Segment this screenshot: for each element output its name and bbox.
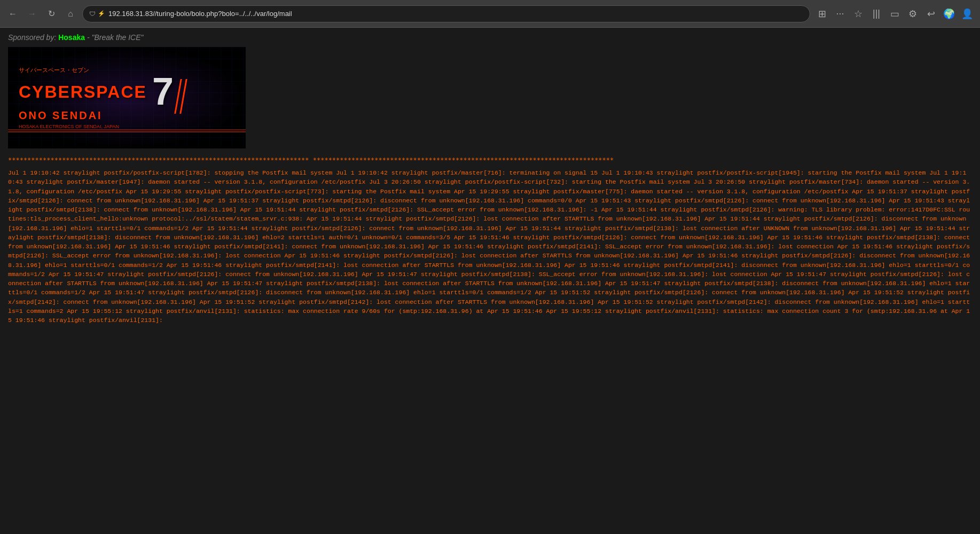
home-button[interactable]: ⌂ [63, 6, 78, 21]
reload-button[interactable]: ↻ [44, 6, 59, 21]
url-text: 192.168.31.83//turing-bolo/bolo.php?bolo… [108, 10, 803, 18]
sponsor-tagline-pre: - "Break [87, 33, 116, 42]
menu-icon[interactable]: ··· [833, 6, 848, 21]
banner-content: サイバースペース・セブン CYBERSPACE 7 ONO SENDAI HOS… [8, 61, 246, 135]
seven-number: 7 [152, 76, 175, 107]
log-content: Jul 1 19:10:42 straylight postfix/postfi… [8, 168, 972, 325]
user-avatar[interactable]: 👤 [960, 6, 975, 21]
the-word: the [116, 33, 126, 42]
sidepanel-icon[interactable]: ▭ [887, 6, 902, 21]
address-bar[interactable]: 🛡 ⚡ 192.168.31.83//turing-bolo/bolo.php?… [82, 5, 810, 22]
divider-line: ****************************************… [8, 156, 972, 164]
toolbar-right: ⊞ ··· ☆ ||| ▭ ⚙ ↩ 🌍 👤 [814, 6, 975, 21]
japanese-text: サイバースペース・セブン [19, 66, 235, 74]
banner-image: サイバースペース・セブン CYBERSPACE 7 ONO SENDAI HOS… [8, 47, 246, 148]
bookmarks-icon[interactable]: ||| [869, 6, 884, 21]
page-content: Sponsored by: Hosaka - "Break the ICE" サ… [0, 28, 980, 534]
forward-button[interactable]: → [25, 6, 40, 21]
cyberspace-title: CYBERSPACE 7 [19, 76, 235, 107]
cyberspace-word: CYBERSPACE [19, 83, 147, 100]
star-icon[interactable]: ☆ [851, 6, 866, 21]
sync-icon[interactable]: ↩ [923, 6, 938, 21]
sponsor-label: Sponsored by: [8, 33, 56, 42]
extensions-icon[interactable]: ⊞ [814, 6, 829, 21]
security-icon: 🛡 ⚡ [89, 10, 105, 18]
back-button[interactable]: ← [5, 6, 20, 21]
sponsor-name: Hosaka [58, 33, 85, 42]
browser-chrome: ← → ↻ ⌂ 🛡 ⚡ 192.168.31.83//turing-bolo/b… [0, 0, 980, 28]
sponsor-tagline-post: ICE" [126, 33, 143, 42]
sponsor-bar: Sponsored by: Hosaka - "Break the ICE" [8, 33, 972, 42]
profile-icon[interactable]: ⚙ [905, 6, 920, 21]
banner-subtitle: HOSAKA ELECTRONICS OF SENDAI, JAPAN [19, 124, 235, 129]
firefox-icon[interactable]: 🌍 [942, 6, 957, 21]
ono-sendai-text: ONO SENDAI [19, 109, 235, 122]
